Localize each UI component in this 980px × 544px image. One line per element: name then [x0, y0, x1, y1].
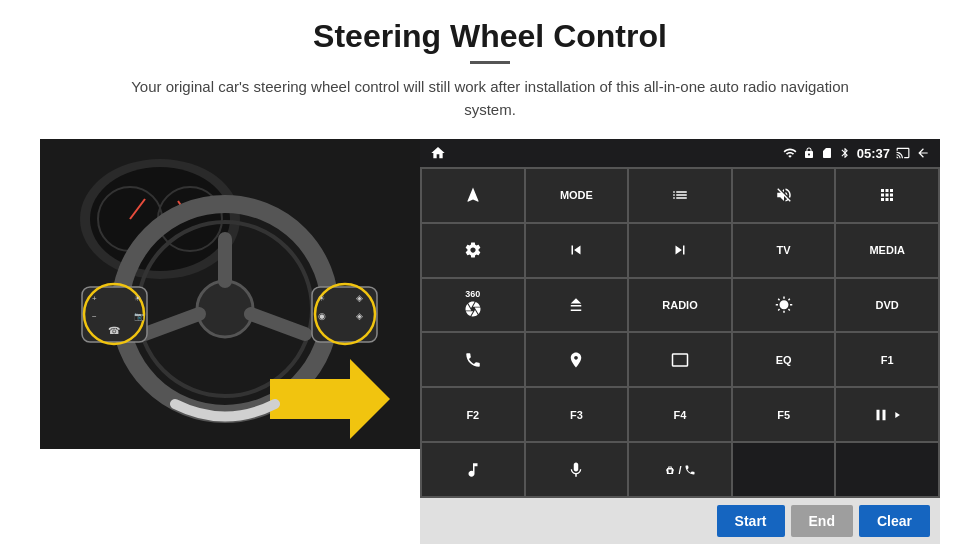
btn-eq[interactable]: EQ: [733, 333, 835, 386]
end-button[interactable]: End: [791, 505, 853, 537]
btn-f3[interactable]: F3: [526, 388, 628, 441]
bluetooth-icon: [839, 147, 851, 159]
btn-f4[interactable]: F4: [629, 388, 731, 441]
page-subtitle: Your original car's steering wheel contr…: [130, 76, 850, 121]
btn-phone[interactable]: [422, 333, 524, 386]
status-bar-right: 05:37: [783, 146, 930, 161]
btn-nav[interactable]: [422, 169, 524, 222]
btn-f5[interactable]: F5: [733, 388, 835, 441]
btn-radio[interactable]: RADIO: [629, 279, 731, 332]
svg-text:☀: ☀: [134, 294, 141, 303]
content-area: + ☀ − 📷 ☎ ☀ ◈ ◉ ◈: [40, 139, 940, 544]
svg-text:◈: ◈: [356, 293, 363, 303]
svg-text:+: +: [92, 294, 97, 303]
btn-empty-1: [733, 443, 835, 496]
btn-settings[interactable]: [422, 224, 524, 277]
svg-text:◈: ◈: [356, 311, 363, 321]
btn-apps[interactable]: [836, 169, 938, 222]
home-icon: [430, 145, 446, 161]
btn-mic[interactable]: [526, 443, 628, 496]
btn-dvd[interactable]: DVD: [836, 279, 938, 332]
svg-text:◉: ◉: [318, 311, 326, 321]
lock-icon: [803, 147, 815, 159]
sim-icon: [821, 147, 833, 159]
title-divider: [470, 61, 510, 64]
btn-360cam[interactable]: 360: [422, 279, 524, 332]
btn-tv[interactable]: TV: [733, 224, 835, 277]
back-icon: [916, 146, 930, 160]
btn-list[interactable]: [629, 169, 731, 222]
btn-empty-2: [836, 443, 938, 496]
page-container: Steering Wheel Control Your original car…: [0, 0, 980, 544]
btn-prev[interactable]: [526, 224, 628, 277]
btn-screen[interactable]: [629, 333, 731, 386]
page-title: Steering Wheel Control: [313, 18, 667, 55]
btn-brightness[interactable]: [733, 279, 835, 332]
btn-f1[interactable]: F1: [836, 333, 938, 386]
svg-text:☎: ☎: [108, 325, 120, 336]
status-bar: 05:37: [420, 139, 940, 167]
cast-icon: [896, 146, 910, 160]
svg-text:☀: ☀: [318, 294, 325, 303]
btn-vol-phone[interactable]: /: [629, 443, 731, 496]
start-button[interactable]: Start: [717, 505, 785, 537]
btn-next[interactable]: [629, 224, 731, 277]
svg-text:📷: 📷: [134, 311, 144, 321]
svg-point-9: [197, 281, 253, 337]
btn-media[interactable]: MEDIA: [836, 224, 938, 277]
btn-eject[interactable]: [526, 279, 628, 332]
steering-wheel-image: + ☀ − 📷 ☎ ☀ ◈ ◉ ◈: [40, 139, 420, 449]
btn-mute[interactable]: [733, 169, 835, 222]
btn-maps[interactable]: [526, 333, 628, 386]
svg-text:−: −: [92, 312, 97, 321]
button-grid: MODE TV: [420, 167, 940, 498]
head-unit-panel: 05:37 MODE: [420, 139, 940, 544]
btn-f2[interactable]: F2: [422, 388, 524, 441]
btn-playpause[interactable]: [836, 388, 938, 441]
bottom-action-bar: Start End Clear: [420, 498, 940, 544]
time-display: 05:37: [857, 146, 890, 161]
btn-mode[interactable]: MODE: [526, 169, 628, 222]
wifi-icon: [783, 146, 797, 160]
status-bar-left: [430, 145, 446, 161]
btn-music[interactable]: [422, 443, 524, 496]
clear-button[interactable]: Clear: [859, 505, 930, 537]
